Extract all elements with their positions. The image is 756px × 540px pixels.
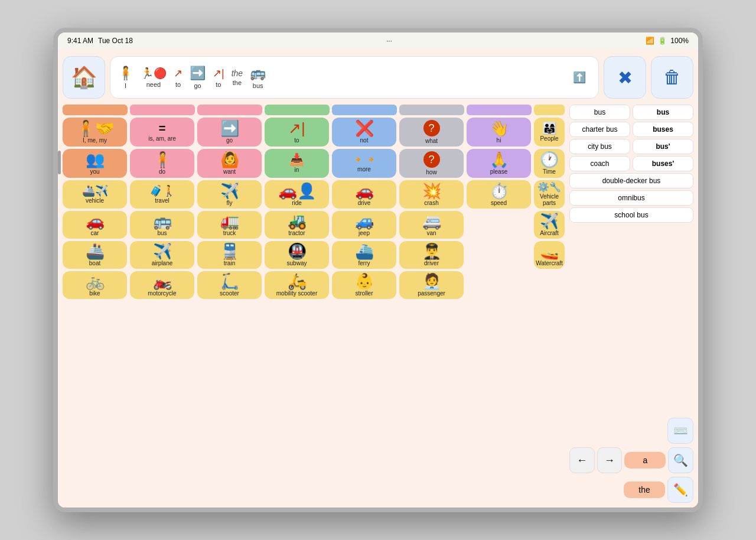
cell-label-jeep: jeep [359, 230, 370, 236]
cell-subway[interactable]: 🚇 subway [265, 241, 329, 269]
clear-button[interactable]: 🗑 [651, 56, 693, 99]
sentence-icon-bus: 🚌 [250, 66, 266, 81]
sentence-word-i[interactable]: 🧍 I [118, 66, 133, 89]
cell-travel[interactable]: 🧳🚶 travel [130, 180, 194, 209]
word-chip-bus[interactable]: bus [569, 105, 630, 120]
cell-aircraft[interactable]: ✈️ Aircraft [534, 211, 565, 239]
grid-row-4: 🚗 car 🚌 bus 🚛 truck 🚜 tractor [63, 211, 565, 239]
cell-icon-speed: ⏱️ [490, 183, 509, 199]
share-button[interactable]: ⬆️ [568, 66, 591, 89]
cell-want[interactable]: 🙆 want [197, 149, 262, 178]
status-time: 9:41 AM [67, 37, 93, 45]
cell-please[interactable]: 🙏 please [467, 149, 531, 178]
word-chip-buses-possessive[interactable]: buses' [633, 156, 693, 171]
cell-label-crash: crash [424, 200, 438, 206]
cell-label-ferry: ferry [359, 260, 370, 266]
cell-to[interactable]: ↗| to [265, 118, 329, 147]
word-chip-school-bus[interactable]: school bus [569, 207, 693, 223]
cell-icon-more: 🔸🔸 [351, 154, 377, 165]
backspace-button[interactable]: ✖ [604, 56, 646, 99]
cell-motorcycle[interactable]: 🏍️ motorcycle [130, 271, 194, 299]
cell-stroller[interactable]: 👶 stroller [332, 271, 396, 299]
cell-not[interactable]: ❌ not [332, 118, 396, 147]
sentence-word-bus[interactable]: 🚌 bus [250, 66, 266, 89]
sentence-word-go[interactable]: ➡️ go [190, 66, 206, 89]
sentence-label-need: need [146, 81, 161, 88]
cell-label-ride: ride [292, 200, 302, 206]
cell-mobility-scooter[interactable]: 🛵 mobility scooter [265, 271, 329, 299]
cell-watercraft[interactable]: 🚤 Watercraft [534, 241, 565, 269]
cell-more[interactable]: 🔸🔸 more [332, 149, 396, 178]
cell-label-vehicle: vehicle [86, 197, 104, 204]
keyboard-button[interactable]: ⌨️ [667, 418, 693, 444]
sentence-label-to1: to [175, 81, 181, 88]
cell-label-aircraft: Aircraft [540, 230, 559, 236]
cell-truck[interactable]: 🚛 truck [197, 211, 262, 239]
cell-hi[interactable]: 👋 hi [467, 118, 531, 147]
search-button[interactable]: 🔍 [668, 447, 693, 473]
cell-airplane[interactable]: ✈️ airplane [130, 241, 194, 269]
forward-button[interactable]: → [597, 447, 623, 473]
sentence-word-to1[interactable]: ↗ to [174, 67, 183, 88]
cell-label-mobility-scooter: mobility scooter [276, 290, 317, 297]
word-chip-omnibus[interactable]: omnibus [569, 190, 693, 206]
word-chip-coach[interactable]: coach [569, 156, 630, 171]
sentence-word-the[interactable]: the the [232, 69, 243, 86]
cell-fly[interactable]: ✈️ fly [197, 180, 262, 209]
cell-car[interactable]: 🚗 car [63, 211, 127, 239]
cell-in[interactable]: 📥 in [265, 149, 329, 178]
cell-label-fly: fly [227, 200, 233, 206]
word-input-a[interactable] [624, 452, 666, 469]
cell-icon-drive: 🚗 [355, 183, 374, 199]
wifi-icon: 📶 [646, 37, 654, 45]
cell-vehicle-parts[interactable]: ⚙️🔧 Vehicle parts [534, 180, 565, 209]
word-chip-bus-form[interactable]: bus [633, 105, 693, 120]
cell-driver[interactable]: 👨‍✈️ driver [399, 241, 464, 269]
cell-ferry[interactable]: ⛴️ ferry [332, 241, 396, 269]
cell-what[interactable]: ? what [399, 118, 464, 147]
cell-van[interactable]: 🚐 van [399, 211, 464, 239]
word-chip-double-decker[interactable]: double-decker bus [569, 173, 693, 188]
back-button[interactable]: ← [569, 447, 595, 473]
cell-people[interactable]: 👨‍👩‍👧 People [534, 118, 565, 147]
cell-is-am-are[interactable]: = is, am, are [130, 118, 194, 147]
word-chip-charter-bus[interactable]: charter bus [569, 122, 630, 137]
sentence-word-need[interactable]: 🏃🔴 need [141, 67, 167, 88]
sentence-word-to2[interactable]: ↗| to [213, 67, 224, 88]
cell-drive[interactable]: 🚗 drive [332, 180, 396, 209]
edit-button[interactable]: ✏️ [667, 477, 693, 503]
cell-i-me-my[interactable]: 🧍🤝 I, me, my [63, 118, 127, 147]
word-chip-bus-possessive[interactable]: bus' [633, 139, 693, 154]
cell-jeep[interactable]: 🚙 jeep [332, 211, 396, 239]
cell-vehicle[interactable]: 🚢✈️ vehicle [63, 180, 127, 209]
cell-passenger[interactable]: 🧑‍💼 passenger [399, 271, 464, 299]
cell-time[interactable]: 🕐 Time [534, 149, 565, 178]
cell-speed[interactable]: ⏱️ speed [467, 180, 531, 209]
cell-label-motorcycle: motorcycle [148, 290, 176, 297]
cell-crash[interactable]: 💥 crash [399, 180, 464, 209]
word-chip-buses[interactable]: buses [633, 122, 693, 137]
cell-bike[interactable]: 🚲 bike [63, 271, 127, 299]
word-input-the[interactable] [624, 482, 665, 498]
cell-how[interactable]: ? how [399, 149, 464, 178]
cell-icon-people: 👨‍👩‍👧 [542, 122, 557, 134]
cell-icon-please: 🙏 [490, 152, 509, 167]
cell-train[interactable]: 🚆 train [197, 241, 262, 269]
cell-you[interactable]: 👥 you [63, 149, 127, 178]
cell-ride[interactable]: 🚗👤 ride [265, 180, 329, 209]
cell-scooter[interactable]: 🛴 scooter [197, 271, 262, 299]
word-chip-city-bus[interactable]: city bus [569, 139, 630, 154]
sentence-label-to2: to [216, 81, 221, 88]
cell-icon-hi: 👋 [490, 121, 509, 136]
cell-label-airplane: airplane [152, 260, 173, 266]
cell-boat[interactable]: 🚢 boat [63, 241, 127, 269]
cell-tractor[interactable]: 🚜 tractor [265, 211, 329, 239]
grid-row-3: 🚢✈️ vehicle 🧳🚶 travel ✈️ fly 🚗👤 ride [63, 180, 565, 209]
cell-go[interactable]: ➡️ go [197, 118, 262, 147]
cell-bus[interactable]: 🚌 bus [130, 211, 194, 239]
cell-icon-vehicle-parts: ⚙️🔧 [537, 183, 561, 192]
home-button[interactable]: 🏠 [63, 56, 105, 99]
cell-icon-tractor: 🚜 [288, 213, 307, 229]
cell-do[interactable]: 🧍 do [130, 149, 194, 178]
sentence-label-bus: bus [253, 82, 263, 89]
